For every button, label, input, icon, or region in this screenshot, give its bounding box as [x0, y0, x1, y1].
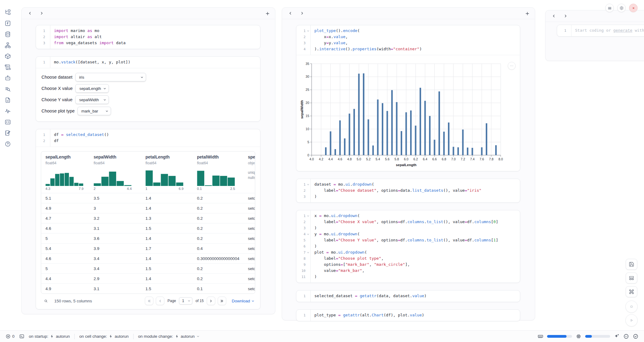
code-line: 2 x=x.value, — [296, 34, 520, 40]
scroll-prev-button[interactable] — [27, 10, 33, 17]
errors-indicator[interactable]: 0 — [5, 334, 15, 339]
generate-with-ai-link[interactable]: generate — [613, 28, 632, 33]
table-cell: 0.2 — [197, 206, 248, 211]
sidebar-database-button[interactable] — [4, 30, 12, 38]
table-header-row: sepalLengthfloat644.37.9sepalWidthfloat6… — [41, 151, 255, 193]
table-header-cell[interactable]: petalWidthfloat640.12.5 — [197, 155, 248, 191]
svg-text:4.0: 4.0 — [309, 157, 314, 161]
settings-button[interactable] — [617, 4, 626, 12]
code-editor[interactable]: 1 Start coding or generate with — [557, 25, 644, 36]
terminal-button[interactable] — [19, 334, 24, 339]
code-editor[interactable]: 1plot_type().encode(2 x=x.value,3 y=y.va… — [296, 25, 520, 55]
vstack-output: Choose datasetirisChoose X valuesepalLen… — [36, 68, 260, 121]
scroll-prev-button[interactable] — [550, 13, 557, 20]
page-select[interactable]: 1 — [179, 297, 192, 305]
fold-chevron-icon[interactable] — [306, 181, 310, 187]
sidebar-dependency-graph-button[interactable] — [4, 41, 12, 49]
fold-chevron-icon[interactable] — [306, 28, 310, 34]
dropdown-select[interactable]: iris — [75, 73, 146, 81]
column-histogram — [45, 169, 84, 186]
dropdown-select[interactable]: sepalLength — [75, 84, 109, 93]
scroll-next-button[interactable] — [562, 13, 569, 20]
code-editor[interactable]: 1dataset = mo.ui.dropdown(2 label="Choos… — [296, 179, 520, 202]
logs-icon — [5, 64, 11, 70]
table-cell: 3.1 — [94, 226, 145, 231]
svg-text:7.6: 7.6 — [480, 157, 484, 161]
first-page-button[interactable] — [145, 297, 153, 305]
dropdown-select[interactable]: sepalWidth — [75, 95, 109, 104]
code-editor[interactable]: 1mo.vstack([dataset, x, y, plot]) — [36, 57, 260, 68]
editor-placeholder: Start coding or generate with — [571, 27, 644, 34]
dropdown-select[interactable]: mark_bar — [77, 107, 111, 115]
sidebar-scratchpad-button[interactable] — [4, 129, 12, 137]
ai-assist-button[interactable] — [614, 333, 620, 339]
table-header-cell[interactable]: speciesobjectuniquenulls: — [248, 155, 255, 191]
altair-bar-chart[interactable]: 4.04.24.44.64.85.05.25.45.65.86.06.26.46… — [299, 58, 513, 171]
copilot-status-button[interactable] — [623, 333, 629, 339]
autorun-config-2[interactable]: on module change:autorun — [138, 334, 200, 339]
sidebar-documentation-button[interactable] — [4, 96, 12, 104]
code-editor[interactable]: 1selected_dataset = getattr(data, datase… — [296, 290, 520, 302]
scroll-next-button[interactable] — [38, 10, 45, 17]
run-all-button[interactable] — [625, 314, 638, 326]
table-cell: 4.7 — [45, 216, 94, 221]
table-cell: 1.7 — [145, 246, 197, 251]
table-header-cell[interactable]: petalLengthfloat6416.9 — [145, 155, 197, 191]
table-cell: setosa — [248, 266, 255, 271]
add-cell-button[interactable] — [264, 10, 271, 17]
stop-run-button[interactable] — [625, 301, 638, 313]
code-line: 1import marimo as mo — [36, 28, 260, 34]
scroll-next-button[interactable] — [299, 10, 305, 17]
column-meta: uniquenulls: — [248, 170, 255, 180]
prev-page-button[interactable] — [156, 297, 164, 305]
packages-icon — [5, 53, 11, 59]
sidebar-logs-button[interactable] — [4, 63, 12, 71]
code-text: import marimo as mo — [50, 28, 99, 34]
line-number: 2 — [36, 138, 45, 144]
autorun-config-1[interactable]: on cell change:autorun — [79, 334, 129, 339]
next-page-button[interactable] — [207, 297, 215, 305]
save-button[interactable] — [626, 259, 637, 270]
sidebar-file-tree-button[interactable] — [4, 9, 12, 16]
chevron-down-icon — [251, 299, 255, 303]
code-editor[interactable]: 1plot_type = getattr(alt.Chart(df), plot… — [296, 310, 520, 321]
chevron-down-icon — [103, 87, 106, 90]
add-cell-button[interactable] — [524, 10, 531, 17]
table-cell: 0.30000000000000004 — [197, 256, 248, 261]
fold-chevron-icon[interactable] — [306, 231, 310, 237]
table-cell: 5 — [45, 266, 94, 271]
empty-code-cell[interactable]: 1 Start coding or generate with — [557, 25, 644, 37]
sidebar-snippets-button[interactable] — [4, 118, 12, 126]
sidebar-tracing-button[interactable] — [4, 107, 12, 115]
code-editor[interactable]: 1import marimo as mo2import altair as al… — [36, 25, 260, 49]
download-button[interactable]: Download — [232, 299, 255, 303]
fold-chevron-icon[interactable] — [306, 249, 310, 255]
last-page-button[interactable] — [218, 297, 226, 305]
menu-button[interactable] — [605, 4, 614, 12]
autorun-config-0[interactable]: on startup:autorun — [29, 334, 70, 339]
code-editor[interactable]: 1df = selected_dataset()2df — [36, 129, 260, 147]
dropdown-value: sepalWidth — [79, 98, 99, 102]
code-text: plot_type = getattr(alt.Chart(df), plot.… — [310, 312, 424, 318]
svg-text:6.0: 6.0 — [404, 157, 409, 161]
sidebar-search-logs-button[interactable] — [4, 85, 12, 93]
sidebar-help-button[interactable] — [4, 140, 12, 148]
connection-status-button[interactable] — [633, 333, 639, 339]
column-range: 24.4 — [94, 187, 132, 191]
chart-menu-button[interactable] — [508, 62, 516, 70]
file-tree-icon — [5, 9, 11, 16]
dropdown-value: iris — [79, 75, 84, 80]
code-editor[interactable]: 1x = mo.ui.dropdown(2 label="Choose X va… — [296, 210, 520, 283]
code-text: y=y.value, — [310, 40, 348, 46]
keyboard-shortcuts-button[interactable] — [626, 286, 637, 297]
table-header-cell[interactable]: sepalWidthfloat6424.4 — [94, 155, 145, 191]
table-header-cell[interactable]: sepalLengthfloat644.37.9 — [45, 155, 94, 191]
table-search-button[interactable] — [41, 297, 50, 305]
sidebar-packages-button[interactable] — [4, 52, 12, 60]
sidebar-ai-chat-button[interactable] — [4, 74, 12, 82]
scroll-prev-button[interactable] — [287, 10, 294, 17]
shutdown-button[interactable] — [629, 4, 638, 12]
fold-chevron-icon[interactable] — [306, 213, 310, 219]
sidebar-functions-button[interactable] — [4, 20, 12, 27]
layout-button[interactable] — [626, 273, 637, 283]
